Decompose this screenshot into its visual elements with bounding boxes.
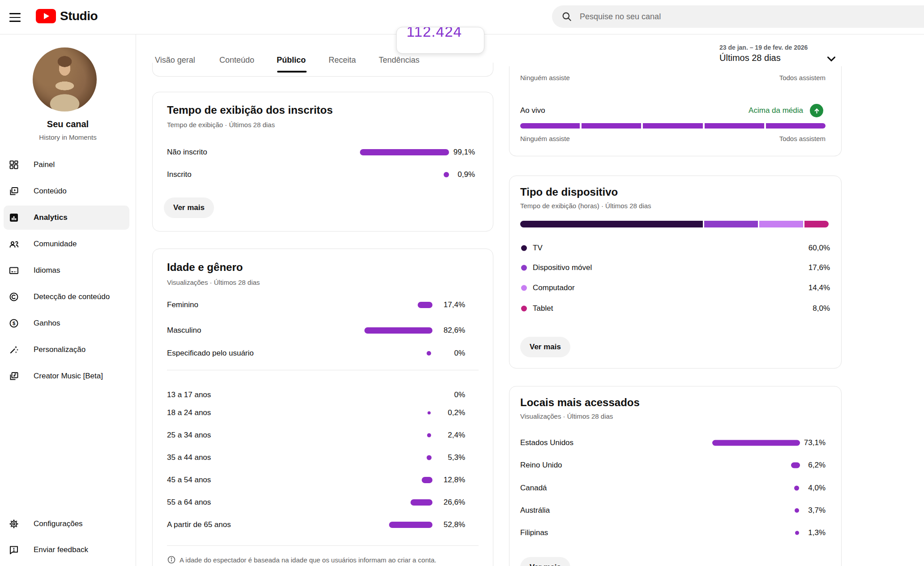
copyright-icon bbox=[8, 291, 20, 303]
dot bbox=[444, 172, 449, 177]
sidebar-item-label: Painel bbox=[34, 160, 55, 169]
ver-mais-button[interactable]: Ver mais bbox=[164, 197, 214, 218]
youtube-play-icon bbox=[36, 9, 56, 23]
sidebar-item-analytics[interactable]: Analytics bbox=[0, 206, 136, 230]
analytics-icon bbox=[8, 212, 20, 223]
sidebar-item-label: Personalização bbox=[34, 345, 86, 354]
studio-brand-text: Studio bbox=[60, 9, 98, 23]
svg-text:$: $ bbox=[13, 321, 15, 326]
gear-icon bbox=[8, 518, 20, 530]
device-stacked-bar bbox=[520, 221, 829, 227]
row-value: 17,4% bbox=[444, 300, 465, 309]
sidebar-item-enviar-feedback[interactable]: Enviar feedback bbox=[0, 538, 136, 562]
dashboard-icon bbox=[8, 159, 20, 171]
card-locais-mais-acessados: Locais mais acessados Visualizações · Úl… bbox=[509, 386, 842, 566]
divider bbox=[167, 370, 479, 370]
segment-computer bbox=[759, 221, 803, 227]
chevron-down-icon[interactable] bbox=[825, 52, 838, 65]
info-icon bbox=[167, 555, 176, 564]
card-title: Idade e gênero bbox=[167, 261, 243, 274]
sidebar-item-configuracoes[interactable]: Configurações bbox=[0, 512, 136, 536]
row-label: Feminino bbox=[167, 300, 198, 309]
row-value: 60,0% bbox=[808, 244, 830, 253]
search-input[interactable] bbox=[579, 12, 849, 22]
sidebar-item-creator-music[interactable]: Creator Music [Beta] bbox=[0, 364, 136, 388]
row-value: 0,2% bbox=[448, 408, 465, 417]
sidebar-item-label: Analytics bbox=[34, 213, 68, 222]
row-label: Masculino bbox=[167, 326, 201, 335]
dot bbox=[427, 351, 431, 356]
chart-tooltip: 112.424 bbox=[396, 27, 484, 54]
search-icon bbox=[561, 11, 573, 22]
row-label: 13 a 17 anos bbox=[167, 390, 211, 399]
sidebar-item-ganhos[interactable]: $ Ganhos bbox=[0, 311, 136, 335]
tooltip-value: 112.424 bbox=[406, 27, 462, 40]
cutoff-card-fragment bbox=[152, 63, 493, 77]
sidebar-item-personalizacao[interactable]: Personalização bbox=[0, 338, 136, 362]
menu-icon[interactable] bbox=[8, 10, 28, 25]
sidebar-item-label: Detecção de conteúdo bbox=[34, 292, 110, 301]
segment-tablet bbox=[804, 221, 829, 227]
row-value: 6,2% bbox=[808, 461, 826, 470]
bar bbox=[712, 440, 800, 446]
date-preset-label[interactable]: Últimos 28 dias bbox=[719, 53, 781, 63]
scale-label-left: Ninguém assiste bbox=[520, 74, 570, 81]
tab-receita[interactable]: Receita bbox=[329, 56, 356, 66]
sidebar-item-comunidade[interactable]: Comunidade bbox=[0, 232, 136, 256]
content-icon bbox=[8, 185, 20, 197]
card-title: Locais mais acessados bbox=[520, 396, 640, 409]
community-icon bbox=[8, 238, 20, 250]
youtube-studio-analytics-screen: Studio Seu canal History in Moments Pain… bbox=[0, 0, 924, 566]
dot bbox=[795, 508, 799, 513]
ver-mais-button[interactable]: Ver mais bbox=[520, 337, 570, 357]
row-label: Especificado pelo usuário bbox=[167, 349, 254, 358]
bar bbox=[791, 463, 800, 468]
row-value: 14,4% bbox=[808, 283, 830, 292]
row-label: Austrália bbox=[520, 506, 550, 515]
row-label: Estados Unidos bbox=[520, 438, 573, 447]
row-label: 45 a 54 anos bbox=[167, 476, 211, 485]
scale-label-left: Ninguém assiste bbox=[520, 135, 570, 142]
active-tab-underline bbox=[277, 71, 307, 73]
music-icon bbox=[8, 370, 20, 382]
tab-conteudo[interactable]: Conteúdo bbox=[219, 56, 254, 66]
customization-icon bbox=[8, 344, 20, 356]
legend-dot bbox=[521, 245, 527, 251]
row-label: Não inscrito bbox=[167, 148, 207, 157]
channel-avatar[interactable] bbox=[33, 47, 97, 111]
dot bbox=[427, 455, 432, 460]
dot bbox=[428, 412, 431, 415]
feedback-icon bbox=[8, 544, 20, 556]
earnings-icon: $ bbox=[8, 317, 20, 329]
legend-label: Dispositivo móvel bbox=[533, 263, 592, 272]
row-label: 55 a 64 anos bbox=[167, 498, 211, 507]
youtube-studio-logo[interactable]: Studio bbox=[36, 9, 98, 23]
tab-tendencias[interactable]: Tendências bbox=[379, 56, 419, 66]
row-value: 0,9% bbox=[458, 170, 475, 179]
dot bbox=[794, 486, 799, 491]
sidebar-item-conteudo[interactable]: Conteúdo bbox=[0, 179, 136, 203]
card-idade-genero: Idade e gênero Visualizações · Últimos 2… bbox=[152, 249, 493, 566]
tab-publico[interactable]: Público bbox=[277, 56, 306, 66]
scale-label-right: Todos assistem bbox=[779, 135, 826, 142]
row-value: 1,3% bbox=[808, 528, 826, 537]
live-distribution-bar bbox=[520, 123, 826, 129]
sidebar-item-deteccao[interactable]: Detecção de conteúdo bbox=[0, 285, 136, 309]
sidebar-item-label: Creator Music [Beta] bbox=[34, 372, 103, 381]
row-value: 8,0% bbox=[813, 304, 830, 313]
footnote-text: A idade do espectador é baseada na idade… bbox=[180, 556, 436, 564]
row-value: 52,8% bbox=[444, 520, 465, 529]
sidebar-item-idiomas[interactable]: Idiomas bbox=[0, 258, 136, 283]
sidebar-item-painel[interactable]: Painel bbox=[0, 153, 136, 177]
channel-search-bar[interactable] bbox=[552, 5, 924, 28]
legend-label: TV bbox=[533, 244, 543, 253]
row-value: 12,8% bbox=[444, 476, 465, 485]
tab-visao-geral[interactable]: Visão geral bbox=[155, 56, 195, 66]
ver-mais-button[interactable]: Ver mais bbox=[520, 557, 570, 566]
row-value: 2,4% bbox=[448, 431, 465, 440]
segment-mobile bbox=[704, 221, 758, 227]
bar bbox=[364, 327, 432, 334]
bar bbox=[389, 522, 432, 528]
bar bbox=[418, 302, 432, 308]
row-label: A partir de 65 anos bbox=[167, 520, 231, 529]
